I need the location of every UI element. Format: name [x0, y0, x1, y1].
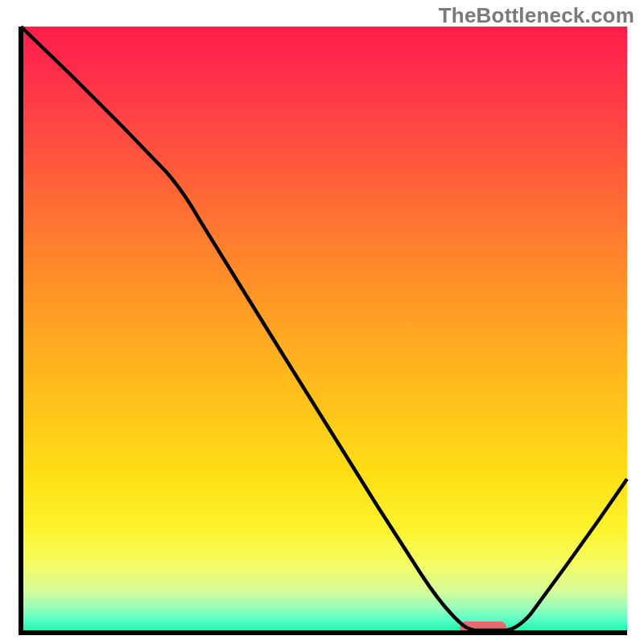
- attribution-label: TheBottleneck.com: [439, 3, 634, 28]
- y-axis: [19, 27, 23, 635]
- curve-layer: [19, 27, 627, 635]
- x-axis: [19, 630, 627, 635]
- bottleneck-curve: [21, 27, 627, 630]
- chart-canvas: TheBottleneck.com: [0, 0, 644, 644]
- plot-area: [19, 27, 627, 635]
